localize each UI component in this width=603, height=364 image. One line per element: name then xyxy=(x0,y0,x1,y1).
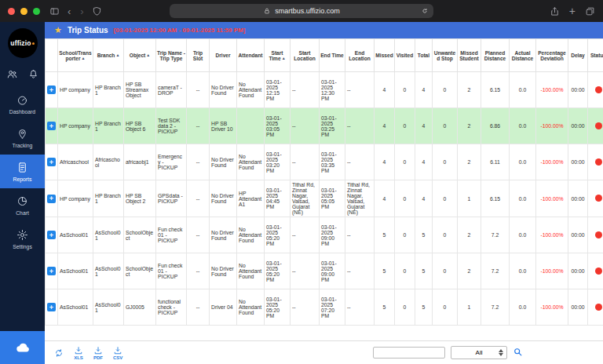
cell-start-time: 03-01-2025 05:20 PM xyxy=(265,253,291,289)
column-header-unwanted-stop[interactable]: Unwanted Stop xyxy=(433,39,458,72)
cell-actual-distance: 0.0 xyxy=(510,289,536,326)
column-header-status[interactable]: Status xyxy=(588,39,603,72)
cell-delay: 00:00 xyxy=(568,217,588,253)
column-header-missed-student[interactable]: Missed Student xyxy=(458,39,481,72)
cell-missed: 5 xyxy=(375,217,395,253)
expand-row-button[interactable]: + xyxy=(47,158,56,166)
sidebar-item-settings[interactable]: Settings xyxy=(0,222,45,256)
cell-driver: No Driver Found xyxy=(210,180,237,217)
shield-icon[interactable] xyxy=(92,6,102,16)
column-header-branch[interactable]: Branch▲ xyxy=(93,39,124,72)
expand-column-header xyxy=(46,39,58,72)
column-header-visited[interactable]: Visited xyxy=(395,39,415,72)
column-header-object[interactable]: Object▲ xyxy=(124,39,156,72)
cell-actual-distance: 0.0 xyxy=(510,253,536,289)
sidebar-toggle-icon[interactable] xyxy=(49,6,60,16)
column-header-percentage-deviation[interactable]: Percentage Deviation xyxy=(536,39,568,72)
chevron-right-icon[interactable]: › xyxy=(79,6,85,16)
sidebar: uffizio Dashboard Tracking xyxy=(0,22,45,364)
close-window-button[interactable] xyxy=(8,8,15,15)
sidebar-item-tracking[interactable]: Tracking xyxy=(0,121,45,155)
sidebar-item-chart[interactable]: Chart xyxy=(0,188,45,222)
new-tab-icon[interactable]: + xyxy=(569,5,576,16)
cell-attendant: HP Attendant A1 xyxy=(237,180,265,217)
expand-row-button[interactable]: + xyxy=(47,267,56,275)
table-row[interactable]: +HP companyHP Branch 1HP SB Object 2GPSd… xyxy=(46,180,603,217)
cell-branch: AsSchool01 xyxy=(93,289,124,326)
export-pdf-button[interactable]: PDF xyxy=(93,346,103,360)
expand-row-button[interactable]: + xyxy=(47,86,56,94)
tab-overview-icon[interactable] xyxy=(585,6,595,16)
cell-deviation: -100.00% xyxy=(536,289,568,326)
column-header-start-location[interactable]: Start Location xyxy=(291,39,320,72)
column-header-end-time[interactable]: End Time xyxy=(320,39,345,72)
cell-end-time: 03-01-2025 09:00 PM xyxy=(320,253,345,289)
column-header-trip-slot[interactable]: Trip Slot xyxy=(187,39,210,72)
cell-slot: -- xyxy=(187,180,210,217)
bell-icon[interactable] xyxy=(27,68,39,83)
users-icon[interactable] xyxy=(6,68,18,83)
traffic-lights xyxy=(8,8,40,15)
column-header-total[interactable]: Total xyxy=(415,39,433,72)
cell-trip: cameraT - DROP xyxy=(156,72,187,108)
export-xls-button[interactable]: XLS xyxy=(74,346,83,360)
column-header-delay[interactable]: Delay xyxy=(568,39,588,72)
expand-row-button[interactable]: + xyxy=(47,195,56,203)
table-row[interactable]: +HP companyHP Branch 1HP SB Streamax Obj… xyxy=(46,72,603,108)
export-csv-button[interactable]: CSV xyxy=(113,346,122,360)
cell-end-time: 03-01-2025 03:35 PM xyxy=(320,144,345,180)
sort-asc-icon[interactable]: ▲ xyxy=(115,53,119,57)
sidebar-item-dashboard[interactable]: Dashboard xyxy=(0,87,45,121)
cell-status xyxy=(588,144,603,180)
page-size-select[interactable]: All xyxy=(451,346,507,359)
sort-asc-icon[interactable]: ▲ xyxy=(282,56,286,60)
share-icon[interactable] xyxy=(550,6,560,16)
cloud-upload-button[interactable] xyxy=(0,331,45,364)
expand-row-button[interactable]: + xyxy=(47,231,56,239)
expand-row-button[interactable]: + xyxy=(47,122,56,130)
cell-unwanted-stop: 0 xyxy=(433,253,458,289)
cell-planned-distance: 6.11 xyxy=(481,144,510,180)
reload-icon[interactable] xyxy=(421,7,429,16)
column-header-driver[interactable]: Driver xyxy=(210,39,237,72)
column-header-missed[interactable]: Missed xyxy=(375,39,395,72)
table-row[interactable]: +HP companyHP Branch 1HP SB Object 6Test… xyxy=(46,108,603,144)
table-filter-input[interactable] xyxy=(373,347,445,359)
sidebar-item-reports[interactable]: Reports xyxy=(0,155,45,188)
cell-trip: Fun check 01 - PICKUP xyxy=(156,217,187,253)
sort-asc-icon[interactable]: ▲ xyxy=(146,53,150,57)
column-header-start-time[interactable]: Start Time▲ xyxy=(265,39,291,72)
search-icon[interactable] xyxy=(513,346,523,360)
cell-end-time: 03-01-2025 12:30 PM xyxy=(320,72,345,108)
column-header-actual-distance[interactable]: Actual Distance xyxy=(510,39,536,72)
url-text: smartbus.uffizio.com xyxy=(275,7,339,15)
date-range[interactable]: [03-01-2025 12:00 AM - 09-01-2025 11:59 … xyxy=(114,27,246,34)
status-dot xyxy=(595,86,602,93)
chevron-left-icon[interactable]: ‹ xyxy=(66,6,72,16)
cell-planned-distance: 6.15 xyxy=(481,180,510,217)
table-row[interactable]: +AfricaschoolAfricaschoolafricaobj1Emerg… xyxy=(46,144,603,180)
table-row[interactable]: +AsSchool01AsSchool01GJ0005functional ch… xyxy=(46,289,603,326)
column-header-school-transporter[interactable]: School/Transporter▲ xyxy=(58,39,93,72)
column-header-end-location[interactable]: End Location xyxy=(345,39,375,72)
export-label: XLS xyxy=(74,355,83,360)
cell-deviation: -100.00% xyxy=(536,108,568,144)
minimize-window-button[interactable] xyxy=(20,8,27,15)
column-header-trip-name-trip-type[interactable]: Trip Name - Trip Type xyxy=(156,39,187,72)
expand-row-button[interactable]: + xyxy=(47,303,56,311)
cell-missed-student: 2 xyxy=(458,144,481,180)
cell-object: HP SB Object 6 xyxy=(124,108,156,144)
favorite-star-icon[interactable]: ★ xyxy=(54,26,62,35)
table-row[interactable]: +AsSchool01AsSchool01SchoolObjectFun che… xyxy=(46,253,603,289)
refresh-button[interactable] xyxy=(54,348,64,358)
cell-total: 5 xyxy=(415,253,433,289)
column-header-attendant[interactable]: Attendant xyxy=(237,39,265,72)
column-header-planned-distance[interactable]: Planned Distance xyxy=(481,39,510,72)
table-row[interactable]: +AsSchool01AsSchool01SchoolObjectFun che… xyxy=(46,217,603,253)
zoom-window-button[interactable] xyxy=(33,8,40,15)
sort-asc-icon[interactable]: ▲ xyxy=(82,56,86,60)
cell-actual-distance: 0.0 xyxy=(510,180,536,217)
address-bar[interactable]: smartbus.uffizio.com xyxy=(170,4,433,18)
uffizio-logo: uffizio xyxy=(8,28,38,58)
cell-delay: 00:00 xyxy=(568,108,588,144)
